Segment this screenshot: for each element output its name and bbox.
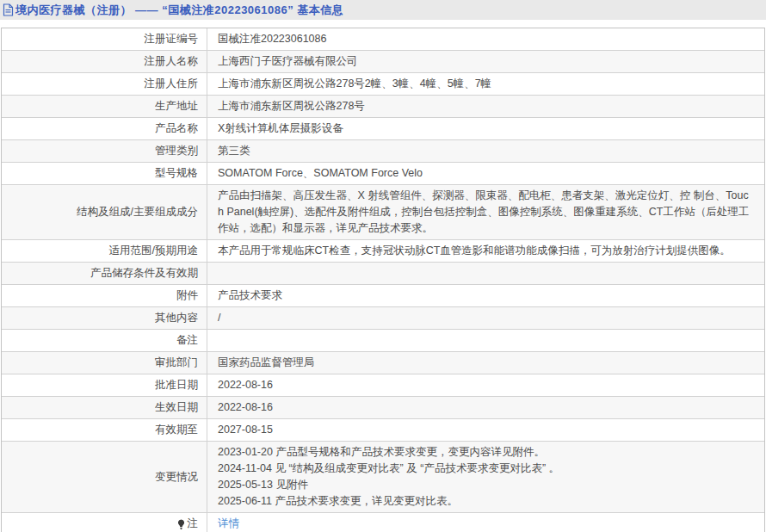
row-value: 国家药品监督管理局	[207, 352, 764, 374]
row-label: 产品储存条件及有效期	[2, 263, 207, 284]
row-label: 型号规格	[2, 163, 207, 184]
row-label: 注册人名称	[2, 51, 207, 72]
table-row: 产品名称X射线计算机体层摄影设备	[2, 118, 764, 140]
info-table: 注册证编号国械注准20223061086注册人名称上海西门子医疗器械有限公司注册…	[1, 28, 765, 532]
row-value: 产品由扫描架、高压发生器、X 射线管组件、探测器、限束器、配电柜、患者支架、激光…	[207, 185, 764, 239]
row-value: 2023-01-20 产品型号规格和产品技术要求变更，变更内容详见附件。2024…	[207, 442, 764, 512]
bulb-icon	[176, 519, 186, 530]
row-value-line: 2023-01-20 产品型号规格和产品技术要求变更，变更内容详见附件。	[218, 444, 754, 461]
table-row: 型号规格SOMATOM Force、SOMATOM Force Velo	[2, 163, 764, 185]
table-row: 变更情况2023-01-20 产品型号规格和产品技术要求变更，变更内容详见附件。…	[2, 442, 764, 513]
table-row: 审批部门国家药品监督管理局	[2, 352, 764, 374]
table-row: 适用范围/预期用途本产品用于常规临床CT检查，支持冠状动脉CT血管造影和能谱功能…	[2, 240, 764, 263]
table-row: 管理类别第三类	[2, 140, 764, 163]
row-label: 生产地址	[2, 96, 207, 117]
row-label: 注册证编号	[2, 28, 207, 50]
row-value: 本产品用于常规临床CT检查，支持冠状动脉CT血管造影和能谱功能成像扫描，可为放射…	[207, 240, 764, 262]
table-row: 附件产品技术要求	[2, 285, 764, 307]
row-value: 2022-08-16	[207, 374, 764, 396]
row-value: 上海西门子医疗器械有限公司	[207, 51, 764, 72]
row-label: 适用范围/预期用途	[2, 240, 207, 262]
row-label: 备注	[2, 330, 207, 351]
table-row: 有效期至2027-08-15	[2, 419, 764, 442]
row-label: 有效期至	[2, 419, 207, 441]
table-row: 注册人名称上海西门子医疗器械有限公司	[2, 51, 764, 73]
row-value	[207, 263, 764, 284]
row-label: 变更情况	[2, 442, 207, 512]
row-value: 上海市浦东新区周祝公路278号	[207, 96, 764, 117]
row-value: 国械注准20223061086	[207, 28, 764, 50]
table-row: 备注	[2, 330, 764, 352]
row-label: 结构及组成/主要组成成分	[2, 185, 207, 239]
table-row: 批准日期2022-08-16	[2, 374, 764, 397]
row-label: 管理类别	[2, 140, 207, 162]
row-label: 审批部门	[2, 352, 207, 374]
row-label: 批准日期	[2, 374, 207, 396]
row-value-line: 2025-06-11 产品技术要求变更，详见变更对比表。	[218, 493, 754, 510]
row-value: 2022-08-16	[207, 397, 764, 418]
table-row: 结构及组成/主要组成成分产品由扫描架、高压发生器、X 射线管组件、探测器、限束器…	[2, 185, 764, 240]
row-value: /	[207, 307, 764, 329]
row-value	[207, 330, 764, 351]
row-label: 生效日期	[2, 397, 207, 418]
row-label: 其他内容	[2, 307, 207, 329]
row-value: SOMATOM Force、SOMATOM Force Velo	[207, 163, 764, 184]
page-header: 境内医疗器械（注册） —— “国械注准20223061086” 基本信息	[0, 0, 766, 20]
table-row: 生产地址上海市浦东新区周祝公路278号	[2, 96, 764, 118]
row-label: 附件	[2, 285, 207, 306]
row-value: 详情	[207, 513, 764, 532]
row-value: X射线计算机体层摄影设备	[207, 118, 764, 139]
row-label: 注	[2, 513, 207, 532]
row-value-line: 2024-11-04 见 “结构及组成变更对比表” 及 “产品技术要求变更对比表…	[218, 461, 754, 477]
row-label: 注册人住所	[2, 73, 207, 95]
table-row: 注册证编号国械注准20223061086	[2, 28, 764, 51]
row-value: 产品技术要求	[207, 285, 764, 306]
row-value: 2027-08-15	[207, 419, 764, 441]
detail-link[interactable]: 详情	[218, 516, 754, 532]
row-value-line: 2025-05-13 见附件	[218, 477, 754, 493]
row-value: 上海市浦东新区周祝公路278号2幢、3幢、4幢、5幢、7幢	[207, 73, 764, 95]
table-row: 注详情	[2, 513, 764, 532]
document-icon	[3, 3, 14, 16]
row-label: 产品名称	[2, 118, 207, 139]
table-row: 产品储存条件及有效期	[2, 263, 764, 285]
table-row: 生效日期2022-08-16	[2, 397, 764, 419]
page-title: 境内医疗器械（注册） —— “国械注准20223061086” 基本信息	[15, 3, 343, 18]
table-row: 注册人住所上海市浦东新区周祝公路278号2幢、3幢、4幢、5幢、7幢	[2, 73, 764, 96]
row-value: 第三类	[207, 140, 764, 162]
table-row: 其他内容/	[2, 307, 764, 330]
